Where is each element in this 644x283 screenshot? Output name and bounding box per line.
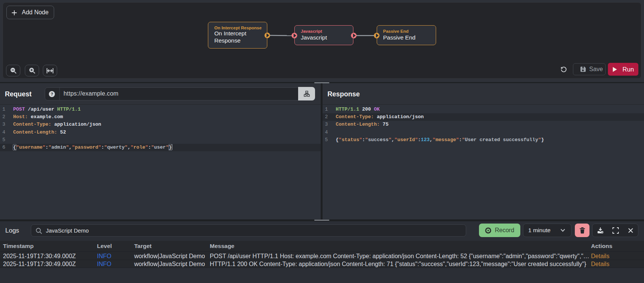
svg-text:?: ? [51,92,53,96]
